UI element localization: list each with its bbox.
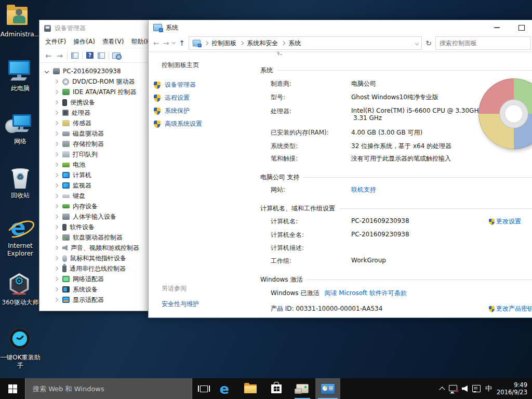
sidebar-control-panel-home[interactable]: 控制面板主页 xyxy=(162,61,199,70)
sidebar-remote-settings[interactable]: 远程设置 xyxy=(154,94,190,102)
license-terms-link[interactable]: 阅读 Microsoft 软件许可条款 xyxy=(324,289,406,298)
expand-chevron-icon[interactable] xyxy=(54,142,58,146)
control-panel-search-input[interactable] xyxy=(436,37,530,49)
taskbar-store[interactable] xyxy=(266,378,287,399)
network-disconnected-icon[interactable] xyxy=(449,385,457,391)
tree-root[interactable]: PC-201609230938 xyxy=(39,66,159,76)
tree-item[interactable]: 人体学输入设备 xyxy=(39,211,159,222)
volume-button[interactable] xyxy=(462,385,468,392)
collapse-chevron-icon[interactable] xyxy=(45,69,49,73)
tree-item[interactable]: 网络适配器 xyxy=(39,274,159,284)
system-titlebar[interactable]: 系统 — xyxy=(149,20,532,35)
minimize-button[interactable]: — xyxy=(485,20,509,35)
expand-chevron-icon[interactable] xyxy=(54,287,58,291)
start-button[interactable] xyxy=(0,378,25,399)
tree-item[interactable]: 打印队列 xyxy=(39,149,159,159)
address-dropdown-icon[interactable] xyxy=(415,41,419,45)
expand-chevron-icon[interactable] xyxy=(54,183,58,188)
refresh-icon[interactable]: ↻ xyxy=(425,39,432,47)
change-product-key-link[interactable]: 更改产品密钥 xyxy=(489,304,532,313)
address-box[interactable]: 控制面板 系统和安全 系统 xyxy=(189,36,422,50)
desktop-icon-recycle-bin[interactable]: 回收站 xyxy=(0,165,41,200)
expand-chevron-icon[interactable] xyxy=(54,235,58,240)
expand-chevron-icon[interactable] xyxy=(54,111,58,115)
expand-chevron-icon[interactable] xyxy=(54,194,58,198)
sidebar-system-protection[interactable]: 系统保护 xyxy=(154,107,190,115)
desktop-icon-onekey-ok[interactable]: 一键OK重装助手 xyxy=(0,327,41,369)
tree-item[interactable]: IDE ATA/ATAPI 控制器 xyxy=(39,87,159,97)
expand-chevron-icon[interactable] xyxy=(54,256,58,260)
nav-history-chevron-icon[interactable] xyxy=(172,41,176,44)
menu-file[interactable]: 文件(F) xyxy=(42,37,70,46)
taskbar-device-manager[interactable] xyxy=(292,378,313,399)
tree-item[interactable]: 存储控制器 xyxy=(39,139,159,149)
desktop-icon-administrator[interactable]: Administra... xyxy=(0,4,41,38)
breadcrumb-system[interactable]: 系统 xyxy=(288,39,301,48)
scan-hardware-icon[interactable] xyxy=(111,50,122,61)
action-center-icon[interactable] xyxy=(472,385,481,392)
nav-back-icon[interactable]: ← xyxy=(153,39,159,47)
taskbar-edge[interactable]: e xyxy=(214,378,235,399)
desktop-icon-network[interactable]: 网络 xyxy=(0,111,41,145)
ime-indicator[interactable]: 中 xyxy=(485,384,492,393)
tree-item[interactable]: 系统设备 xyxy=(39,284,159,295)
change-settings-link[interactable]: 更改设置 xyxy=(489,217,521,226)
back-icon[interactable]: ← xyxy=(43,50,54,61)
online-support-link[interactable]: 联机支持 xyxy=(351,185,376,194)
clock[interactable]: 9:49 2016/9/23 xyxy=(497,381,527,396)
maximize-button[interactable] xyxy=(510,20,532,35)
device-manager-titlebar[interactable]: 设备管理器 xyxy=(39,20,159,36)
menu-view[interactable]: 查看(V) xyxy=(99,37,128,46)
console-tree-icon[interactable] xyxy=(69,50,81,61)
tree-item[interactable]: 磁盘驱动器 xyxy=(39,128,159,139)
expand-chevron-icon[interactable] xyxy=(54,152,58,156)
tree-item[interactable]: 软盘驱动器控制器 xyxy=(39,232,159,243)
expand-chevron-icon[interactable] xyxy=(54,163,58,167)
hidden-icons-chevron-icon[interactable] xyxy=(439,387,445,392)
tree-item[interactable]: 计算机 xyxy=(39,170,159,180)
tree-item[interactable]: 软件设备 xyxy=(39,222,159,232)
tree-item[interactable]: 处理器 xyxy=(39,108,159,118)
expand-chevron-icon[interactable] xyxy=(54,121,58,125)
expand-chevron-icon[interactable] xyxy=(54,277,58,281)
expand-chevron-icon[interactable] xyxy=(54,267,58,271)
forward-icon[interactable]: → xyxy=(54,50,65,61)
help-icon[interactable]: ? xyxy=(84,50,96,61)
control-panel-search[interactable] xyxy=(435,36,531,50)
sidebar-advanced-settings[interactable]: 高级系统设置 xyxy=(154,119,202,128)
expand-chevron-icon[interactable] xyxy=(54,131,58,136)
task-view-button[interactable] xyxy=(193,378,214,399)
tree-item[interactable]: 内存设备 xyxy=(39,201,159,211)
expand-chevron-icon[interactable] xyxy=(54,173,58,177)
tree-item[interactable]: 传感器 xyxy=(39,118,159,128)
expand-chevron-icon[interactable] xyxy=(54,204,58,208)
action-pane-icon[interactable] xyxy=(96,50,107,61)
desktop-icon-internet-explorer[interactable]: Internet Explorer xyxy=(0,216,41,258)
expand-chevron-icon[interactable] xyxy=(54,225,58,229)
sidebar-security-maintenance[interactable]: 安全性与维护 xyxy=(162,300,199,309)
taskbar-file-explorer[interactable] xyxy=(240,378,261,399)
desktop-icon-this-pc[interactable]: 此电脑 xyxy=(0,58,41,92)
tree-item[interactable]: 键盘 xyxy=(39,191,159,201)
nav-up-icon[interactable]: ↑ xyxy=(179,39,185,47)
nav-forward-icon[interactable]: → xyxy=(163,39,169,47)
tree-item[interactable]: 鼠标和其他指针设备 xyxy=(39,253,159,263)
breadcrumb-control-panel[interactable]: 控制面板 xyxy=(211,39,236,48)
tree-item[interactable]: 声音、视频和游戏控制器 xyxy=(39,243,159,253)
tree-item[interactable]: DVD/CD-ROM 驱动器 xyxy=(39,76,159,87)
taskbar-search-input[interactable] xyxy=(25,385,192,393)
expand-chevron-icon[interactable] xyxy=(54,90,58,94)
tree-item[interactable]: 便携设备 xyxy=(39,97,159,108)
taskbar-search[interactable] xyxy=(25,378,192,399)
desktop-icon-360-driver-master[interactable]: 360驱动大师 xyxy=(0,272,41,307)
tree-item[interactable]: 监视器 xyxy=(39,180,159,191)
expand-chevron-icon[interactable] xyxy=(54,215,58,219)
tree-item[interactable]: 通用串行总线控制器 xyxy=(39,263,159,274)
taskbar-system-active[interactable] xyxy=(315,378,340,399)
breadcrumb-system-security[interactable]: 系统和安全 xyxy=(247,39,278,48)
tree-item[interactable]: 电池 xyxy=(39,159,159,170)
expand-chevron-icon[interactable] xyxy=(54,246,58,250)
tree-item[interactable]: 显示适配器 xyxy=(39,295,159,305)
menu-action[interactable]: 操作(A) xyxy=(70,37,99,46)
expand-chevron-icon[interactable] xyxy=(54,298,58,302)
